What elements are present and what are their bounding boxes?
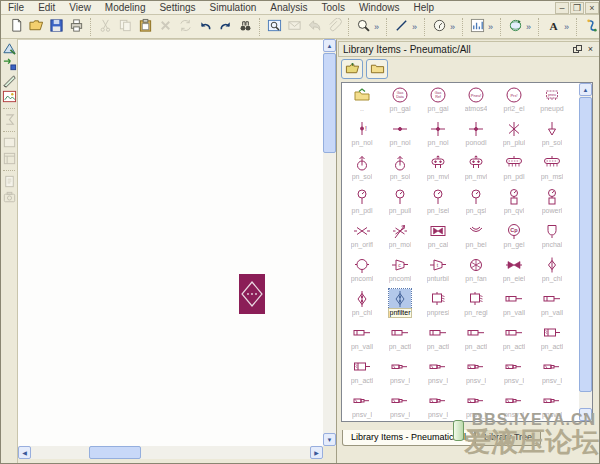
library-item[interactable]: pn_chl	[533, 255, 571, 289]
library-item[interactable]: pn_msl	[533, 153, 571, 187]
delete-button[interactable]	[155, 17, 175, 37]
attach-button[interactable]	[324, 17, 344, 37]
replace-button[interactable]	[175, 17, 195, 37]
menu-simulation[interactable]: Simulation	[203, 1, 264, 15]
toolbar-overflow-chevron[interactable]: »	[563, 22, 572, 32]
redo-button[interactable]	[215, 17, 235, 37]
toolbar-overflow-chevron[interactable]: »	[525, 22, 534, 32]
library-item-list[interactable]: ..GasDatapn_galGasRefpn_galPneu!atmos4Pr…	[341, 82, 593, 422]
library-scroll-down-button[interactable]: ▼	[579, 408, 592, 421]
library-item[interactable]: pnsv_l	[495, 391, 533, 422]
restore-button[interactable]: ❐	[570, 2, 584, 14]
library-item[interactable]: pn_qvl	[495, 187, 533, 221]
library-item[interactable]: cpncoml	[381, 255, 419, 289]
library-item[interactable]: pnsv_l	[381, 391, 419, 422]
menu-view[interactable]: View	[62, 1, 98, 15]
library-item[interactable]: pnsv_l	[419, 357, 457, 391]
panel-close-button[interactable]: ×	[584, 43, 597, 55]
minimize-button[interactable]: –	[555, 2, 569, 14]
panel-dock-button[interactable]	[571, 43, 584, 55]
panel-view-button[interactable]	[1, 151, 17, 167]
menu-file[interactable]: File	[1, 1, 31, 15]
pnfilter-component[interactable]	[239, 274, 265, 314]
library-item[interactable]: pn_orifl	[343, 221, 381, 255]
scroll-down-button[interactable]: ▼	[323, 433, 336, 446]
undo-button[interactable]	[195, 17, 215, 37]
copy-button[interactable]	[115, 17, 135, 37]
line-tool-button[interactable]	[391, 17, 411, 37]
library-item[interactable]: pnsv_l	[457, 357, 495, 391]
library-item[interactable]: GasRefpn_gal	[419, 85, 457, 119]
toolbar-overflow-chevron[interactable]: »	[449, 22, 458, 32]
scroll-right-button[interactable]: ▶	[310, 446, 323, 459]
library-item[interactable]: pnsv_l	[381, 357, 419, 391]
menu-analysis[interactable]: Analysis	[263, 1, 314, 15]
library-item[interactable]: pn_pdl	[495, 153, 533, 187]
library-item[interactable]: pn_sol	[381, 153, 419, 187]
library-item[interactable]: pn_plul	[495, 119, 533, 153]
library-scroll-thumb[interactable]	[579, 97, 592, 392]
menu-help[interactable]: Help	[406, 1, 441, 15]
library-item[interactable]: pn_lsel	[419, 187, 457, 221]
vertical-scroll-thumb[interactable]	[323, 53, 336, 153]
library-item[interactable]: Prs!pri2_el	[495, 85, 533, 119]
library-item[interactable]: pn_actl	[419, 323, 457, 357]
library-item[interactable]: pn_mol	[381, 221, 419, 255]
measurement-button[interactable]	[1, 112, 17, 128]
measuring-instrument-button[interactable]	[429, 17, 449, 37]
library-item[interactable]: pn_sol	[533, 119, 571, 153]
library-item[interactable]: pn_actl	[343, 357, 381, 391]
library-item[interactable]: pn_fan	[457, 255, 495, 289]
library-item[interactable]: pn_vall	[533, 289, 571, 323]
insert-component-button[interactable]	[1, 41, 17, 57]
reply-button[interactable]	[304, 17, 324, 37]
canvas-horizontal-scrollbar[interactable]: ◀ ▶	[18, 446, 323, 459]
insert-image-button[interactable]	[1, 89, 17, 105]
library-item[interactable]: pn_chl	[343, 289, 381, 323]
print-preview-button[interactable]	[264, 17, 284, 37]
open-library-button[interactable]	[366, 59, 388, 79]
library-item[interactable]: pn_eiel	[495, 255, 533, 289]
library-item[interactable]: pnsv_l	[419, 391, 457, 422]
library-item[interactable]: Pneu!atmos4	[457, 85, 495, 119]
library-item[interactable]: pnpresl	[419, 289, 457, 323]
library-item[interactable]: pn_pdl	[343, 187, 381, 221]
library-item[interactable]: ..	[343, 85, 381, 119]
script-tool-button[interactable]	[581, 17, 600, 37]
close-button[interactable]: ×	[585, 2, 599, 14]
library-item[interactable]: tpnturbil	[419, 255, 457, 289]
tab-library-tree[interactable]: Library Tree	[475, 430, 541, 446]
send-mail-button[interactable]	[284, 17, 304, 37]
toolbar-overflow-chevron[interactable]: »	[373, 22, 382, 32]
library-item[interactable]: Cppn_gel	[495, 221, 533, 255]
library-item[interactable]: pnchal	[533, 221, 571, 255]
library-item[interactable]: pn_regl	[457, 289, 495, 323]
library-item[interactable]: pn_pull	[381, 187, 419, 221]
save-button[interactable]	[46, 17, 66, 37]
menu-tools[interactable]: Tools	[315, 1, 352, 15]
library-item[interactable]: pnsv_l	[533, 357, 571, 391]
library-item[interactable]: ponodl	[457, 119, 495, 153]
library-item[interactable]: !pn_nol	[343, 119, 381, 153]
menu-windows[interactable]: Windows	[352, 1, 407, 15]
library-item[interactable]: pn_cal	[419, 221, 457, 255]
scroll-left-button[interactable]: ◀	[18, 446, 31, 459]
open-file-button[interactable]	[26, 17, 46, 37]
find-button[interactable]	[235, 17, 255, 37]
print-button[interactable]	[66, 17, 86, 37]
library-item[interactable]: pn_actl	[381, 323, 419, 357]
schematic-canvas[interactable]	[18, 39, 323, 446]
cut-button[interactable]	[95, 17, 115, 37]
library-item[interactable]: pn_actl	[495, 323, 533, 357]
library-item[interactable]: pnsv_l	[533, 391, 571, 422]
insert-transmission-link-button[interactable]	[1, 57, 17, 73]
library-item[interactable]: pn_actl	[533, 323, 571, 357]
horizontal-scroll-thumb[interactable]	[89, 446, 141, 459]
library-item[interactable]: pnsv_l	[495, 357, 533, 391]
update-simulation-button[interactable]	[505, 17, 525, 37]
frame-button[interactable]	[1, 135, 17, 151]
library-scroll-up-button[interactable]: ▲	[579, 83, 592, 96]
zoom-tool-button[interactable]	[353, 17, 373, 37]
library-item[interactable]: pn_vall	[343, 323, 381, 357]
free-draw-button[interactable]	[1, 73, 17, 89]
